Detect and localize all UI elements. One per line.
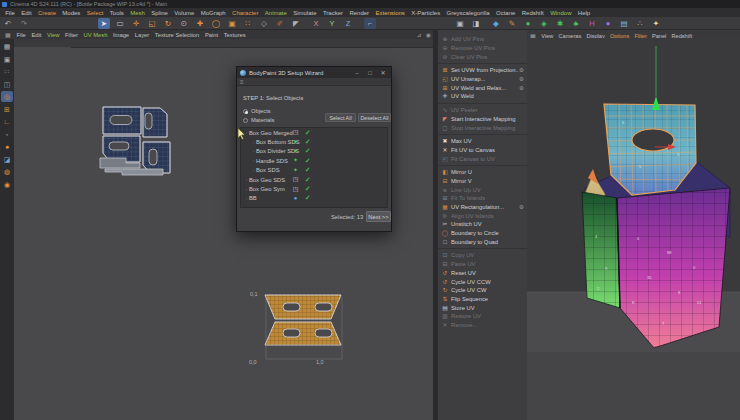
toolbar-icon[interactable]: ↻ [162,18,174,29]
gear-icon[interactable]: ⚙ [519,67,524,73]
uv-command[interactable]: ↺ Cycle UV CCW ⚙ [438,277,527,286]
uv-command[interactable]: ▥ Restore UV ⚙ [438,312,527,321]
menu-item[interactable]: Help [575,10,594,16]
toolbar-icon[interactable]: Z [342,18,354,29]
uv-command[interactable]: ⚙ [438,132,527,135]
enabled-check-icon[interactable]: ✓ [305,157,310,165]
toolbar-icon[interactable]: ✛ [130,18,142,29]
next-button[interactable]: Next >> [366,211,391,222]
tree-row[interactable]: ◦ Box Geo Sym ◳ ✓ [241,184,387,193]
tool-strip-icon[interactable]: ◪ [1,154,13,165]
tree-row[interactable]: ◦ Box Geo Merged ◳ ✓ [241,128,387,137]
tool-strip-icon[interactable]: ◉ [1,179,13,190]
menu-item[interactable]: Modes [59,10,83,16]
tree-row[interactable]: ◦ Box Geo SDS ◳ ✓ [241,175,387,184]
menu-item[interactable]: Volume [171,10,197,16]
uv-command[interactable]: ◰ Fit Canvas to UV ⚙ [438,154,527,163]
uv-menu-item[interactable]: Texture Selection [152,32,202,38]
menu-item[interactable]: MoGraph [198,10,229,16]
uv-command[interactable]: ⊟ Mirror V ⚙ [438,177,527,186]
uv-command[interactable]: ↺ Reset UV ⚙ [438,269,527,278]
toolbar-icon[interactable]: ▣ [226,18,238,29]
uv-island-group-handle[interactable] [100,107,170,175]
toolbar-icon[interactable]: ▤ [618,18,630,29]
tool-strip-icon[interactable]: ◍ [1,166,13,177]
toolbar-icon[interactable]: ◯ [210,18,222,29]
uv-command[interactable]: ✖ Max UV ⚙ [438,137,527,146]
enabled-check-icon[interactable]: ✓ [305,138,310,146]
uv-menu-item[interactable]: Filter [62,32,80,38]
select-all-button[interactable]: Select All [325,113,356,122]
tool-strip-icon[interactable]: ● [1,141,13,152]
uv-command[interactable]: ⇅ Flip Sequence ⚙ [438,295,527,304]
enabled-check-icon[interactable]: ✓ [305,185,310,193]
toolbar-icon[interactable]: ◨ [470,18,482,29]
menu-item[interactable]: Character [229,10,262,16]
uv-command[interactable]: ▤ Store UV ⚙ [438,303,527,312]
uv-command[interactable]: ⊡ Copy UV ⚙ [438,251,527,260]
toolbar-icon[interactable]: ⌐ [364,18,376,29]
uv-command[interactable]: ✕ Fit UV to Canvas ⚙ [438,146,527,155]
uv-menu-item[interactable]: UV Mesh [81,32,110,38]
object-type-icon[interactable]: ✦ [291,156,300,165]
object-type-icon[interactable]: ● [291,194,300,203]
uv-command[interactable]: ⊞ Fit To Islands ⚙ [438,194,527,203]
toolbar-icon[interactable]: ● [522,18,534,29]
uv-menu-item[interactable]: File [14,32,29,38]
materials-option[interactable]: Materials [243,117,275,123]
uv-command[interactable]: ✂ Unstitch UV ⚙ [438,220,527,229]
toolbar-icon[interactable]: ◇ [258,18,270,29]
window-titlebar[interactable]: Cinema 4D S24.111 (RC) - [Bottle Package… [0,0,740,8]
uv-command[interactable]: ⚙ [438,163,527,166]
toolbar-icon[interactable]: ▭ [114,18,126,29]
uv-command[interactable]: ⊕ Add UV Pins ⚙ [438,35,527,44]
menu-item[interactable]: Greyscalegorilla [443,10,492,16]
uv-island-group-box[interactable] [265,295,342,359]
uv-command[interactable]: ✛ UV Weld ⚙ [438,92,527,101]
uv-command[interactable]: ◻ Stop Interactive Mapping ⚙ [438,123,527,132]
objects-radio[interactable] [243,109,248,114]
menu-item[interactable]: Tracker [320,10,347,16]
menu-item[interactable]: Tools [107,10,127,16]
enabled-check-icon[interactable]: ✓ [305,166,310,174]
tool-strip-icon[interactable]: ∷ [1,66,13,77]
deselect-all-button[interactable]: Deselect All [358,113,391,122]
menu-item[interactable]: Mesh [127,10,148,16]
uv-command[interactable]: ◱ UV Unwrap... ⚙ [438,75,527,84]
bar-icon[interactable]: ◉ [426,31,431,38]
toolbar-icon[interactable]: ◆ [490,18,502,29]
tool-strip-icon[interactable]: ▪ [1,129,13,140]
hamburger-icon[interactable]: ≡ [240,78,244,86]
toolbar-icon[interactable]: ⊙ [178,18,190,29]
layout-grid-icon[interactable]: ▦ [2,31,14,38]
uv-command[interactable]: ⊞ UV Weld and Relax... ⚙ [438,83,527,92]
objects-option[interactable]: Objects [243,108,271,114]
menu-item[interactable]: Render [346,10,372,16]
perspective-viewport[interactable]: ▦ ViewCamerasDisplayOptionsFilterPanelRe… [527,30,740,420]
maximize-button[interactable]: □ [365,70,375,76]
uv-menu-item[interactable]: Textures [221,32,249,38]
object-type-icon[interactable]: ◳ [291,128,300,137]
uv-command[interactable]: ⚙ [438,246,527,249]
toolbar-icon[interactable]: Y [326,18,338,29]
menu-item[interactable]: Create [35,10,59,16]
enabled-check-icon[interactable]: ✓ [305,147,310,155]
toolbar-icon[interactable]: H [586,18,598,29]
enabled-check-icon[interactable]: ✓ [305,129,310,137]
menu-item[interactable]: Extensions [372,10,408,16]
toolbar-icon[interactable]: ✚ [194,18,206,29]
toolbar-icon[interactable]: ✐ [274,18,286,29]
tree-row[interactable]: ◦ Box Bottom SDS ✦ ✓ [241,137,387,146]
tree-row[interactable]: ◦ Handle SDS ✦ ✓ [241,156,387,165]
uv-command[interactable]: ⊪ Align UV Islands ⚙ [438,211,527,220]
materials-radio[interactable] [243,118,248,123]
toolbar-icon[interactable]: ✎ [506,18,518,29]
uv-command[interactable]: ⚙ [438,101,527,104]
toolbar-icon[interactable]: ✱ [554,18,566,29]
gear-icon[interactable]: ⚙ [519,76,524,82]
uv-command[interactable]: ▦ UV Rectangulation... ⚙ [438,203,527,212]
uv-command[interactable]: ⚙ [438,61,527,64]
uv-command[interactable]: □ Boundary to Quad ⚙ [438,237,527,246]
toolbar-icon[interactable]: ∷ [242,18,254,29]
menu-item[interactable]: File [2,10,18,16]
